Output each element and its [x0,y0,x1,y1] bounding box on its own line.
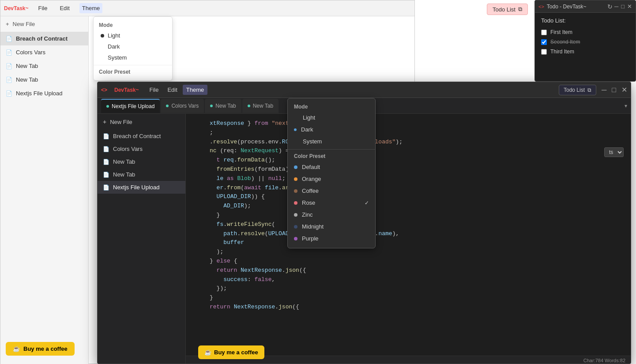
line-num-18 [193,238,206,248]
main-menu-file[interactable]: File [146,85,162,95]
theme-zinc-label: Zinc [302,211,313,218]
overlay-todo-close-btn[interactable]: ✕ [627,3,632,10]
theme-orange-label: Orange [302,176,321,182]
main-sidebar-breach[interactable]: 📄 Breach of Contract [98,130,185,143]
bg-sidebar-item-tab2[interactable]: 📄 New Tab [0,73,88,86]
theme-mode-label: Mode [288,102,375,112]
bg-plus-icon: + [6,21,9,27]
overlay-todo-check-second[interactable] [541,39,547,45]
line-num-6 [193,156,206,165]
main-menu-theme[interactable]: Theme [183,85,207,95]
theme-preset-zinc[interactable]: Zinc [288,209,375,221]
code-text-23: }); [210,284,227,293]
main-max-btn[interactable]: □ [612,86,616,94]
main-new-file-btn[interactable]: + New File [98,114,185,130]
bg-menu-file[interactable]: File [35,3,50,13]
theme-coffee-dot [294,189,297,193]
theme-preset-purple[interactable]: Purple [288,233,375,244]
main-tab-colors-dot [166,105,169,107]
code-text-12: UPLOAD_DIR)) { [210,192,265,202]
main-min-btn[interactable]: ─ [602,86,606,94]
line-num-19 [193,248,206,257]
main-tab-tab1[interactable]: New Tab [205,99,241,113]
main-sidebar-tab2[interactable]: 📄 New Tab [98,168,185,181]
main-file-icon-colors: 📄 [103,146,109,152]
theme-dark-dot [294,128,297,131]
bg-sidebar-item-tab1[interactable]: 📄 New Tab [0,59,88,73]
code-line-24: } [193,293,624,303]
theme-mode-system[interactable]: System [288,135,375,147]
bg-sidebar-item-colors[interactable]: 📄 Colors Vars [0,45,88,59]
line-num-11 [193,184,206,193]
main-menu-edit[interactable]: Edit [164,85,181,95]
overlay-todo-max-btn[interactable]: □ [621,3,625,10]
main-title: DevTask~ [114,87,139,93]
code-line-7: fromEntries(formData); [193,165,624,174]
theme-mode-light[interactable]: Light [288,112,375,124]
code-line-22: success: false, [193,275,624,285]
code-text-22: success: false, [210,275,275,285]
main-sidebar-tab1[interactable]: 📄 New Tab [98,155,185,168]
bg-menu-edit[interactable]: Edit [57,3,72,13]
theme-preset-coffee[interactable]: Coffee [288,185,375,197]
main-sidebar-colors[interactable]: 📄 Colors Vars [98,143,185,155]
bg-file-icon-tab1: 📄 [6,63,12,69]
bg-sidebar-item-nextjs[interactable]: 📄 Nextjs File Upload [0,86,88,100]
code-text-7: fromEntries(formData); [210,165,292,174]
main-todo-btn[interactable]: Todo List ⧉ [559,85,596,95]
code-text-18: buffer [210,238,244,248]
main-todo-btn-label: Todo List [564,87,585,93]
main-sidebar-nextjs[interactable]: 📄 Nextjs File Upload [98,181,185,194]
overlay-todo-first-label: First Item [550,29,572,35]
main-sidebar: + New File 📄 Breach of Contract 📄 Colors… [98,114,186,364]
bg-buy-coffee-btn[interactable]: ☕ Buy me a coffee [6,342,75,356]
bg-mode-dark[interactable]: Dark [94,41,172,52]
code-area[interactable]: ts js xtResponse } from "next/server"; ;… [186,114,631,364]
overlay-todo-item-first: First Item [541,27,629,37]
bg-logo: DevTask~ [4,5,28,11]
main-tab-tab2[interactable]: New Tab [242,99,278,113]
theme-preset-midnight[interactable]: Midnight [288,221,375,233]
line-num-5 [193,146,206,156]
main-tab-nextjs[interactable]: Nextjs File Upload [101,99,160,113]
main-tab-tab2-label: New Tab [253,103,273,109]
main-tab-overflow-btn[interactable]: ▾ [625,103,627,109]
bg-new-file-btn[interactable]: + New File [0,16,88,32]
overlay-todo-refresh-btn[interactable]: ↻ [607,3,613,10]
main-tab-colors[interactable]: Colors Vars [161,99,204,113]
code-text-26: return NextResponse.json({ [210,303,299,312]
lang-selector[interactable]: ts js [604,147,624,157]
theme-rose-label: Rose [302,199,315,206]
main-nextjs-label: Nextjs File Upload [113,184,160,191]
main-tab-colors-label: Colors Vars [171,103,199,109]
overlay-todo-check-third[interactable] [541,49,547,55]
overlay-todo-check-first[interactable] [541,30,547,35]
bg-mode-system[interactable]: System [94,52,172,63]
main-buy-coffee-btn[interactable]: ☕ Buy me a coffee [198,345,264,359]
theme-preset-rose[interactable]: Rose ✓ [288,197,375,209]
theme-midnight-label: Midnight [302,223,324,230]
theme-preset-orange[interactable]: Orange [288,173,375,185]
code-line-16: fs.writeFileSync( [193,220,624,229]
main-titlebar: <> DevTask~ File Edit Theme Todo List ⧉ … [98,82,631,98]
theme-mode-dark[interactable]: Dark [288,124,375,135]
main-file-icon-nextjs: 📄 [103,184,109,191]
line-num-20 [193,257,206,266]
overlay-todo-item-second: Second Item [541,37,629,47]
main-coffee-icon: ☕ [204,349,211,356]
code-line-18: buffer [193,238,624,248]
code-text-2: ; [210,128,213,138]
overlay-todo-min-btn[interactable]: ─ [614,3,618,10]
bg-todo-open-btn[interactable]: Todo List ⧉ [487,4,528,15]
code-line-19: ); [193,248,624,257]
overlay-todo-list-title: Todo List: [541,17,629,24]
code-line-20: } else { [193,257,624,266]
code-line-8: le as Blob) || null; [193,174,624,184]
main-coffee-label: Buy me a coffee [214,349,258,356]
bg-menu-theme[interactable]: Theme [79,3,102,13]
main-close-btn[interactable]: ✕ [621,86,627,94]
code-line-5: nc (req: NextRequest) => { [193,146,624,156]
bg-sidebar-item-breach[interactable]: 📄 Breach of Contract [0,32,88,45]
bg-mode-light[interactable]: Light [94,30,172,41]
theme-preset-default[interactable]: Default [288,161,375,173]
